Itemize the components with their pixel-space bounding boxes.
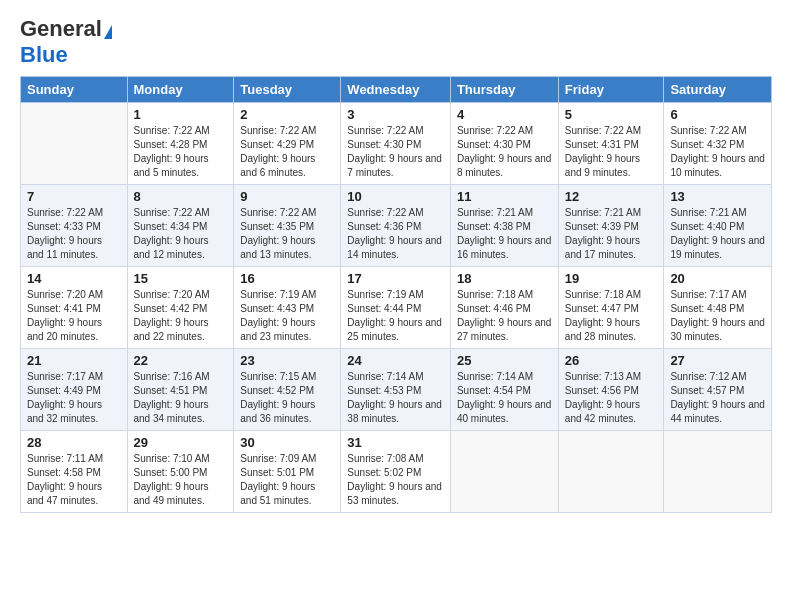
calendar-cell: 30Sunrise: 7:09 AMSunset: 5:01 PMDayligh… xyxy=(234,431,341,513)
week-row-1: 1Sunrise: 7:22 AMSunset: 4:28 PMDaylight… xyxy=(21,103,772,185)
calendar-cell: 18Sunrise: 7:18 AMSunset: 4:46 PMDayligh… xyxy=(450,267,558,349)
calendar-cell: 15Sunrise: 7:20 AMSunset: 4:42 PMDayligh… xyxy=(127,267,234,349)
day-info: Sunrise: 7:13 AMSunset: 4:56 PMDaylight:… xyxy=(565,370,658,426)
day-number: 4 xyxy=(457,107,552,122)
calendar-cell: 26Sunrise: 7:13 AMSunset: 4:56 PMDayligh… xyxy=(558,349,664,431)
calendar-cell: 7Sunrise: 7:22 AMSunset: 4:33 PMDaylight… xyxy=(21,185,128,267)
calendar-cell: 10Sunrise: 7:22 AMSunset: 4:36 PMDayligh… xyxy=(341,185,451,267)
logo-triangle-icon xyxy=(104,25,112,39)
day-number: 12 xyxy=(565,189,658,204)
calendar-cell: 19Sunrise: 7:18 AMSunset: 4:47 PMDayligh… xyxy=(558,267,664,349)
day-number: 18 xyxy=(457,271,552,286)
day-number: 5 xyxy=(565,107,658,122)
day-info: Sunrise: 7:21 AMSunset: 4:40 PMDaylight:… xyxy=(670,206,765,262)
logo-blue-text: Blue xyxy=(20,42,68,67)
day-info: Sunrise: 7:14 AMSunset: 4:53 PMDaylight:… xyxy=(347,370,444,426)
day-number: 17 xyxy=(347,271,444,286)
day-number: 15 xyxy=(134,271,228,286)
day-info: Sunrise: 7:22 AMSunset: 4:30 PMDaylight:… xyxy=(457,124,552,180)
day-info: Sunrise: 7:21 AMSunset: 4:38 PMDaylight:… xyxy=(457,206,552,262)
calendar-cell: 6Sunrise: 7:22 AMSunset: 4:32 PMDaylight… xyxy=(664,103,772,185)
calendar-cell: 5Sunrise: 7:22 AMSunset: 4:31 PMDaylight… xyxy=(558,103,664,185)
calendar-cell: 22Sunrise: 7:16 AMSunset: 4:51 PMDayligh… xyxy=(127,349,234,431)
calendar-cell xyxy=(664,431,772,513)
calendar-cell: 24Sunrise: 7:14 AMSunset: 4:53 PMDayligh… xyxy=(341,349,451,431)
day-info: Sunrise: 7:22 AMSunset: 4:35 PMDaylight:… xyxy=(240,206,334,262)
day-info: Sunrise: 7:20 AMSunset: 4:42 PMDaylight:… xyxy=(134,288,228,344)
calendar-cell: 1Sunrise: 7:22 AMSunset: 4:28 PMDaylight… xyxy=(127,103,234,185)
day-number: 24 xyxy=(347,353,444,368)
week-row-5: 28Sunrise: 7:11 AMSunset: 4:58 PMDayligh… xyxy=(21,431,772,513)
weekday-header-sunday: Sunday xyxy=(21,77,128,103)
calendar-cell: 16Sunrise: 7:19 AMSunset: 4:43 PMDayligh… xyxy=(234,267,341,349)
day-info: Sunrise: 7:10 AMSunset: 5:00 PMDaylight:… xyxy=(134,452,228,508)
day-number: 30 xyxy=(240,435,334,450)
day-info: Sunrise: 7:15 AMSunset: 4:52 PMDaylight:… xyxy=(240,370,334,426)
header: General Blue xyxy=(20,16,772,68)
day-info: Sunrise: 7:22 AMSunset: 4:28 PMDaylight:… xyxy=(134,124,228,180)
day-info: Sunrise: 7:18 AMSunset: 4:46 PMDaylight:… xyxy=(457,288,552,344)
day-info: Sunrise: 7:19 AMSunset: 4:44 PMDaylight:… xyxy=(347,288,444,344)
day-number: 14 xyxy=(27,271,121,286)
calendar-cell: 3Sunrise: 7:22 AMSunset: 4:30 PMDaylight… xyxy=(341,103,451,185)
calendar-cell: 20Sunrise: 7:17 AMSunset: 4:48 PMDayligh… xyxy=(664,267,772,349)
week-row-2: 7Sunrise: 7:22 AMSunset: 4:33 PMDaylight… xyxy=(21,185,772,267)
day-number: 27 xyxy=(670,353,765,368)
day-number: 25 xyxy=(457,353,552,368)
weekday-header-saturday: Saturday xyxy=(664,77,772,103)
day-info: Sunrise: 7:16 AMSunset: 4:51 PMDaylight:… xyxy=(134,370,228,426)
day-info: Sunrise: 7:22 AMSunset: 4:30 PMDaylight:… xyxy=(347,124,444,180)
day-number: 2 xyxy=(240,107,334,122)
day-number: 16 xyxy=(240,271,334,286)
week-row-4: 21Sunrise: 7:17 AMSunset: 4:49 PMDayligh… xyxy=(21,349,772,431)
calendar-cell: 4Sunrise: 7:22 AMSunset: 4:30 PMDaylight… xyxy=(450,103,558,185)
day-number: 19 xyxy=(565,271,658,286)
day-number: 23 xyxy=(240,353,334,368)
logo-line2: Blue xyxy=(20,42,68,68)
day-info: Sunrise: 7:22 AMSunset: 4:29 PMDaylight:… xyxy=(240,124,334,180)
day-info: Sunrise: 7:22 AMSunset: 4:33 PMDaylight:… xyxy=(27,206,121,262)
day-number: 20 xyxy=(670,271,765,286)
weekday-header-monday: Monday xyxy=(127,77,234,103)
day-info: Sunrise: 7:14 AMSunset: 4:54 PMDaylight:… xyxy=(457,370,552,426)
day-info: Sunrise: 7:12 AMSunset: 4:57 PMDaylight:… xyxy=(670,370,765,426)
day-number: 29 xyxy=(134,435,228,450)
calendar-cell: 31Sunrise: 7:08 AMSunset: 5:02 PMDayligh… xyxy=(341,431,451,513)
calendar-cell: 12Sunrise: 7:21 AMSunset: 4:39 PMDayligh… xyxy=(558,185,664,267)
calendar-cell: 17Sunrise: 7:19 AMSunset: 4:44 PMDayligh… xyxy=(341,267,451,349)
calendar-cell: 2Sunrise: 7:22 AMSunset: 4:29 PMDaylight… xyxy=(234,103,341,185)
calendar-table: SundayMondayTuesdayWednesdayThursdayFrid… xyxy=(20,76,772,513)
day-number: 7 xyxy=(27,189,121,204)
weekday-header-tuesday: Tuesday xyxy=(234,77,341,103)
day-info: Sunrise: 7:17 AMSunset: 4:48 PMDaylight:… xyxy=(670,288,765,344)
calendar-cell: 25Sunrise: 7:14 AMSunset: 4:54 PMDayligh… xyxy=(450,349,558,431)
day-info: Sunrise: 7:08 AMSunset: 5:02 PMDaylight:… xyxy=(347,452,444,508)
day-number: 22 xyxy=(134,353,228,368)
day-info: Sunrise: 7:17 AMSunset: 4:49 PMDaylight:… xyxy=(27,370,121,426)
logo-general-text: General xyxy=(20,16,102,41)
day-number: 21 xyxy=(27,353,121,368)
day-info: Sunrise: 7:18 AMSunset: 4:47 PMDaylight:… xyxy=(565,288,658,344)
day-info: Sunrise: 7:11 AMSunset: 4:58 PMDaylight:… xyxy=(27,452,121,508)
calendar-cell: 21Sunrise: 7:17 AMSunset: 4:49 PMDayligh… xyxy=(21,349,128,431)
weekday-header-row: SundayMondayTuesdayWednesdayThursdayFrid… xyxy=(21,77,772,103)
day-info: Sunrise: 7:19 AMSunset: 4:43 PMDaylight:… xyxy=(240,288,334,344)
calendar-cell xyxy=(21,103,128,185)
day-info: Sunrise: 7:22 AMSunset: 4:36 PMDaylight:… xyxy=(347,206,444,262)
day-info: Sunrise: 7:22 AMSunset: 4:31 PMDaylight:… xyxy=(565,124,658,180)
calendar-cell: 23Sunrise: 7:15 AMSunset: 4:52 PMDayligh… xyxy=(234,349,341,431)
weekday-header-wednesday: Wednesday xyxy=(341,77,451,103)
logo-line1: General xyxy=(20,16,112,42)
calendar-cell: 28Sunrise: 7:11 AMSunset: 4:58 PMDayligh… xyxy=(21,431,128,513)
day-info: Sunrise: 7:22 AMSunset: 4:32 PMDaylight:… xyxy=(670,124,765,180)
calendar-cell: 11Sunrise: 7:21 AMSunset: 4:38 PMDayligh… xyxy=(450,185,558,267)
day-number: 11 xyxy=(457,189,552,204)
day-number: 31 xyxy=(347,435,444,450)
day-info: Sunrise: 7:09 AMSunset: 5:01 PMDaylight:… xyxy=(240,452,334,508)
weekday-header-thursday: Thursday xyxy=(450,77,558,103)
calendar-cell xyxy=(450,431,558,513)
calendar-cell xyxy=(558,431,664,513)
day-number: 10 xyxy=(347,189,444,204)
calendar-cell: 27Sunrise: 7:12 AMSunset: 4:57 PMDayligh… xyxy=(664,349,772,431)
day-info: Sunrise: 7:20 AMSunset: 4:41 PMDaylight:… xyxy=(27,288,121,344)
